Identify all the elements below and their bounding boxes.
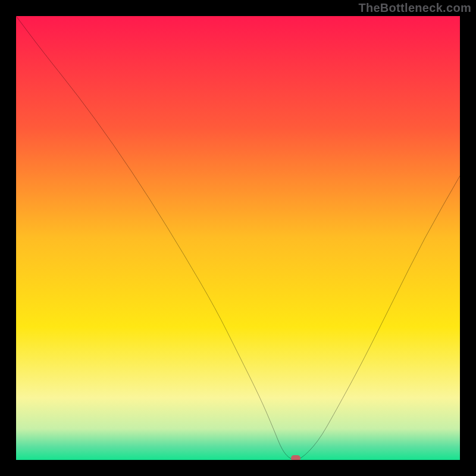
optimal-point-marker	[291, 455, 300, 460]
chart-frame: TheBottleneck.com	[0, 0, 476, 476]
bottleneck-curve	[16, 16, 460, 460]
watermark-text: TheBottleneck.com	[358, 1, 471, 15]
plot-area	[16, 16, 460, 460]
